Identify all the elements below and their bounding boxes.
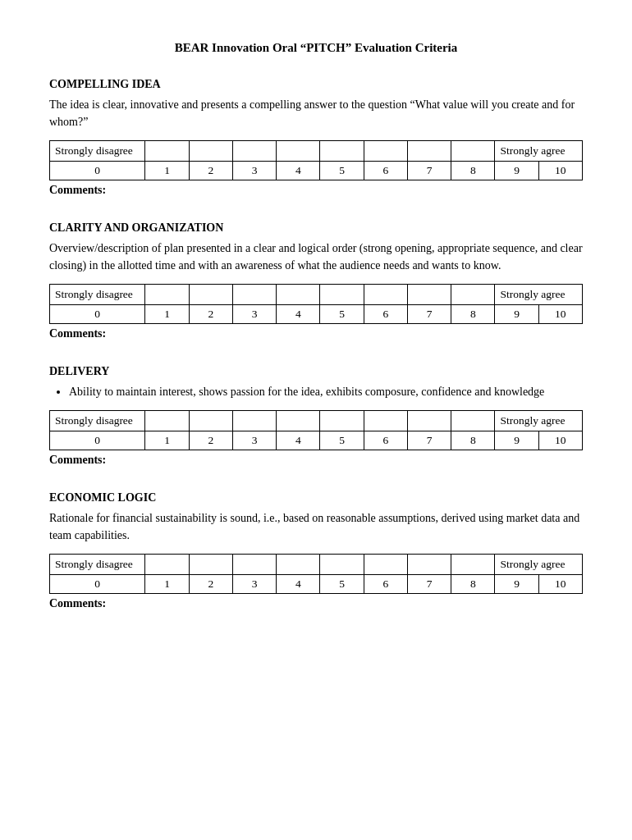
rating-number-1[interactable]: 1: [145, 431, 189, 450]
empty-cell: [407, 411, 451, 431]
rating-number-3[interactable]: 3: [232, 305, 276, 324]
rating-number-7[interactable]: 7: [407, 305, 451, 324]
rating-number-0[interactable]: 0: [50, 431, 145, 450]
comments-label-compelling-idea: Comments:: [49, 184, 583, 197]
section-desc-compelling-idea: The idea is clear, innovative and presen…: [49, 96, 583, 130]
section-desc-delivery: Ability to maintain interest, shows pass…: [49, 383, 583, 400]
rating-table-economic-logic: Strongly disagree Strongly agree01234567…: [49, 554, 583, 594]
section-title-delivery: DELIVERY: [49, 365, 583, 378]
rating-number-4[interactable]: 4: [277, 431, 320, 450]
empty-cell: [232, 555, 276, 575]
rating-number-7[interactable]: 7: [407, 575, 451, 594]
section-economic-logic: ECONOMIC LOGICRationale for financial su…: [49, 491, 583, 610]
empty-cell: [320, 555, 364, 575]
strongly-agree-label: Strongly agree: [495, 285, 583, 305]
page-title: BEAR Innovation Oral “PITCH” Evaluation …: [49, 41, 583, 55]
rating-number-2[interactable]: 2: [189, 305, 232, 324]
rating-number-10[interactable]: 10: [538, 162, 582, 180]
rating-number-1[interactable]: 1: [145, 305, 189, 324]
empty-cell: [232, 285, 276, 305]
section-title-clarity-organization: CLARITY AND ORGANIZATION: [49, 221, 583, 235]
rating-number-10[interactable]: 10: [538, 575, 582, 594]
strongly-disagree-label: Strongly disagree: [50, 411, 145, 431]
empty-cell: [277, 285, 320, 305]
rating-number-8[interactable]: 8: [451, 431, 495, 450]
empty-cell: [364, 555, 407, 575]
empty-cell: [189, 285, 232, 305]
empty-cell: [451, 285, 495, 305]
section-title-compelling-idea: COMPELLING IDEA: [49, 78, 583, 91]
rating-number-6[interactable]: 6: [364, 162, 407, 180]
empty-cell: [451, 411, 495, 431]
empty-cell: [189, 141, 232, 162]
rating-table-clarity-organization: Strongly disagree Strongly agree01234567…: [49, 284, 583, 324]
rating-number-7[interactable]: 7: [407, 431, 451, 450]
comments-label-economic-logic: Comments:: [49, 597, 583, 610]
empty-cell: [407, 555, 451, 575]
rating-number-5[interactable]: 5: [320, 305, 364, 324]
comments-label-clarity-organization: Comments:: [49, 327, 583, 340]
rating-number-1[interactable]: 1: [145, 575, 189, 594]
section-desc-economic-logic: Rationale for financial sustainability i…: [49, 509, 583, 544]
bullet-item: Ability to maintain interest, shows pass…: [69, 383, 583, 400]
empty-cell: [277, 411, 320, 431]
empty-cell: [364, 285, 407, 305]
empty-cell: [320, 141, 364, 162]
rating-number-2[interactable]: 2: [189, 431, 232, 450]
rating-number-4[interactable]: 4: [277, 575, 320, 594]
rating-number-8[interactable]: 8: [451, 575, 495, 594]
section-delivery: DELIVERYAbility to maintain interest, sh…: [49, 365, 583, 467]
rating-table-compelling-idea: Strongly disagree Strongly agree01234567…: [49, 140, 583, 180]
empty-cell: [189, 555, 232, 575]
rating-number-2[interactable]: 2: [189, 162, 232, 180]
rating-number-8[interactable]: 8: [451, 162, 495, 180]
rating-number-8[interactable]: 8: [451, 305, 495, 324]
empty-cell: [451, 555, 495, 575]
rating-number-9[interactable]: 9: [495, 305, 538, 324]
rating-number-7[interactable]: 7: [407, 162, 451, 180]
empty-cell: [145, 411, 189, 431]
rating-number-3[interactable]: 3: [232, 162, 276, 180]
rating-number-6[interactable]: 6: [364, 305, 407, 324]
empty-cell: [364, 411, 407, 431]
rating-number-5[interactable]: 5: [320, 162, 364, 180]
strongly-disagree-label: Strongly disagree: [50, 141, 145, 162]
rating-number-0[interactable]: 0: [50, 162, 145, 180]
rating-number-6[interactable]: 6: [364, 575, 407, 594]
strongly-agree-label: Strongly agree: [495, 555, 583, 575]
empty-cell: [364, 141, 407, 162]
rating-number-9[interactable]: 9: [495, 575, 538, 594]
rating-table-delivery: Strongly disagree Strongly agree01234567…: [49, 410, 583, 450]
rating-number-3[interactable]: 3: [232, 575, 276, 594]
rating-number-3[interactable]: 3: [232, 431, 276, 450]
section-title-economic-logic: ECONOMIC LOGIC: [49, 491, 583, 504]
comments-label-delivery: Comments:: [49, 454, 583, 467]
rating-number-0[interactable]: 0: [50, 575, 145, 594]
strongly-disagree-label: Strongly disagree: [50, 285, 145, 305]
empty-cell: [232, 141, 276, 162]
empty-cell: [407, 285, 451, 305]
section-clarity-organization: CLARITY AND ORGANIZATIONOverview/descrip…: [49, 221, 583, 340]
rating-number-10[interactable]: 10: [538, 431, 582, 450]
rating-number-0[interactable]: 0: [50, 305, 145, 324]
rating-number-2[interactable]: 2: [189, 575, 232, 594]
rating-number-4[interactable]: 4: [277, 305, 320, 324]
empty-cell: [320, 285, 364, 305]
empty-cell: [189, 411, 232, 431]
section-compelling-idea: COMPELLING IDEAThe idea is clear, innova…: [49, 78, 583, 197]
rating-number-9[interactable]: 9: [495, 431, 538, 450]
rating-number-4[interactable]: 4: [277, 162, 320, 180]
empty-cell: [232, 411, 276, 431]
rating-number-6[interactable]: 6: [364, 431, 407, 450]
rating-number-10[interactable]: 10: [538, 305, 582, 324]
rating-number-5[interactable]: 5: [320, 575, 364, 594]
strongly-agree-label: Strongly agree: [495, 411, 583, 431]
empty-cell: [145, 141, 189, 162]
empty-cell: [407, 141, 451, 162]
rating-number-9[interactable]: 9: [495, 162, 538, 180]
empty-cell: [451, 141, 495, 162]
empty-cell: [145, 285, 189, 305]
empty-cell: [145, 555, 189, 575]
rating-number-5[interactable]: 5: [320, 431, 364, 450]
rating-number-1[interactable]: 1: [145, 162, 189, 180]
